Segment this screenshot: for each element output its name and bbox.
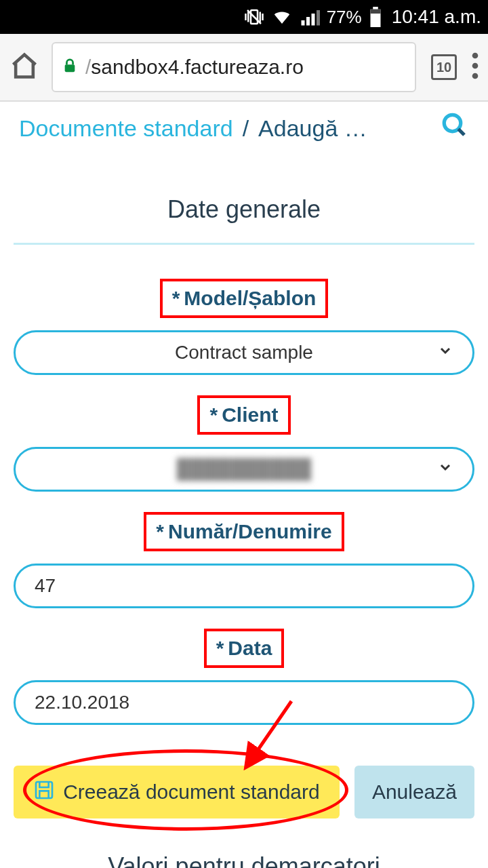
create-document-button[interactable]: Creează document standard (14, 766, 340, 818)
svg-rect-6 (373, 7, 378, 9)
client-select-value: ██████████ (177, 458, 311, 480)
breadcrumb: Documente standard / Adaugă … (14, 102, 474, 163)
svg-rect-8 (65, 64, 75, 72)
svg-rect-1 (301, 20, 304, 26)
svg-point-10 (472, 63, 479, 69)
chevron-down-icon (437, 458, 453, 480)
section-valori-demarcatori: Valori pentru demarcatori (14, 852, 474, 868)
section-date-generale: Date generale (14, 195, 474, 224)
vibrate-icon (244, 7, 264, 27)
breadcrumb-root[interactable]: Documente standard (19, 115, 233, 142)
page-content: Documente standard / Adaugă … Date gener… (0, 102, 488, 868)
section-divider (14, 243, 474, 245)
label-client: *Client (197, 395, 290, 435)
url-text: /sandbox4.factureaza.ro (85, 56, 304, 79)
label-date: *Data (204, 629, 285, 668)
label-number: *Număr/Denumire (144, 512, 344, 551)
signal-icon (300, 7, 320, 27)
save-icon (33, 779, 55, 806)
overflow-menu-icon[interactable] (472, 52, 479, 82)
action-buttons-row: Creează document standard Anulează (14, 766, 474, 818)
address-bar[interactable]: /sandbox4.factureaza.ro (52, 42, 416, 92)
svg-rect-3 (311, 14, 314, 26)
client-select[interactable]: ██████████ (14, 447, 474, 492)
tab-count: 10 (436, 60, 451, 75)
cancel-button[interactable]: Anulează (354, 766, 474, 818)
breadcrumb-separator: / (243, 115, 249, 142)
svg-rect-7 (370, 9, 380, 14)
lock-icon (62, 56, 77, 78)
home-icon[interactable] (9, 51, 39, 83)
tabs-button[interactable]: 10 (428, 52, 460, 83)
svg-point-9 (472, 53, 479, 59)
svg-rect-4 (317, 10, 320, 26)
breadcrumb-current: Adaugă … (258, 115, 367, 142)
date-input-value: 22.10.2018 (35, 692, 129, 713)
chevron-down-icon (437, 342, 453, 363)
browser-toolbar: /sandbox4.factureaza.ro 10 (0, 34, 488, 102)
number-input[interactable]: 47 (14, 564, 474, 608)
svg-point-12 (444, 115, 461, 132)
label-model: *Model/Șablon (160, 279, 329, 318)
model-select-value: Contract sample (175, 342, 313, 363)
create-button-label: Creează document standard (63, 781, 320, 804)
search-icon[interactable] (441, 111, 469, 145)
svg-rect-2 (306, 17, 310, 26)
cancel-button-label: Anulează (372, 781, 457, 804)
date-input[interactable]: 22.10.2018 (14, 680, 474, 725)
svg-point-11 (472, 73, 479, 79)
battery-icon (369, 7, 382, 27)
clock: 10:41 a.m. (392, 6, 481, 28)
battery-percent: 77% (327, 7, 362, 28)
model-select[interactable]: Contract sample (14, 330, 474, 375)
wifi-icon (271, 7, 293, 27)
android-status-bar: 77% 10:41 a.m. (0, 0, 488, 34)
number-input-value: 47 (35, 575, 56, 597)
